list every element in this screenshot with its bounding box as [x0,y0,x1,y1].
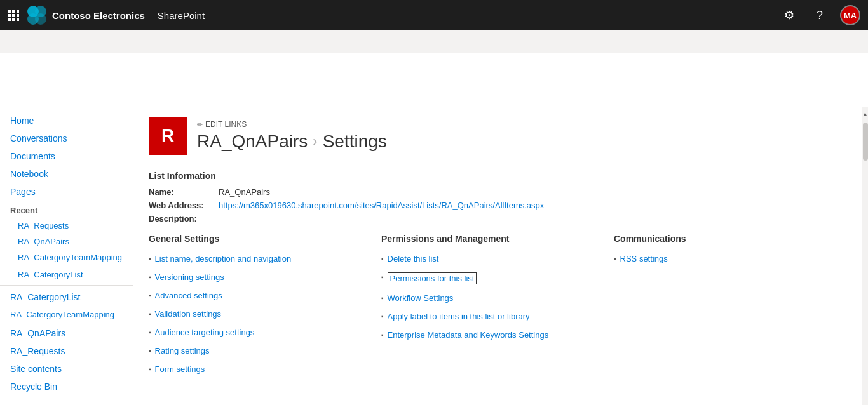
bullet-icon: ▪ [381,295,384,302]
bullet-icon: ▪ [149,292,151,299]
versioning-link[interactable]: Versioning settings [155,272,224,282]
sidebar-item-ra-qnapairs[interactable]: RA_QnAPairs [0,324,133,342]
edit-links-row[interactable]: ✏ EDIT LINKS [197,120,387,129]
enterprise-metadata-link[interactable]: Enterprise Metadata and Keywords Setting… [388,330,549,340]
list-item: ▪ Form settings [149,364,371,374]
web-address-link[interactable]: https://m365x019630.sharepoint.com/sites… [219,201,544,210]
bullet-icon: ▪ [381,313,384,320]
sidebar-item-home[interactable]: Home [0,112,133,129]
list-item: ▪ Versioning settings [149,272,371,282]
bullet-icon: ▪ [149,366,151,373]
help-icon[interactable]: ? [810,5,830,25]
name-value: RA_QnAPairs [219,187,270,197]
sidebar-recent-ra-qnapairs[interactable]: RA_QnAPairs [0,234,133,249]
svg-rect-8 [17,18,19,21]
bullet-icon: ▪ [149,274,151,281]
pencil-icon: ✏ [197,121,203,129]
rss-settings-link[interactable]: RSS settings [620,254,668,263]
sidebar-item-site-contents[interactable]: Site contents [0,360,133,378]
bullet-icon: ▪ [149,310,151,317]
list-item: ▪ RSS settings [614,254,836,263]
site-name[interactable]: RA_QnAPairs [197,131,308,152]
topbar-right: ⚙ ? MA [779,5,860,25]
svg-point-12 [35,13,46,25]
bullet-icon: ▪ [149,255,151,262]
name-row: Name: RA_QnAPairs [149,187,846,197]
sidebar-item-ra-categorymapping[interactable]: RA_CatergoryTeamMapping [0,306,133,324]
sidebar-item-ra-catergorylist[interactable]: RA_CatergoryList [0,288,133,306]
sidebar-item-documents[interactable]: Documents [0,147,133,165]
communications-title: Communications [614,234,836,246]
audience-targeting-link[interactable]: Audience targeting settings [155,328,255,337]
list-item: ▪ Delete this list [381,254,604,263]
breadcrumb-area: ✏ EDIT LINKS RA_QnAPairs › Settings [197,120,387,152]
svg-rect-3 [8,14,11,17]
advanced-settings-link[interactable]: Advanced settings [155,291,222,300]
list-info-title: List Information [149,171,846,181]
permissions-title: Permissions and Management [381,234,604,246]
page-name: Settings [323,131,387,152]
main-layout: Home Conversations Documents Notebook Pa… [0,107,868,405]
rating-link[interactable]: Rating settings [155,346,210,355]
settings-icon[interactable]: ⚙ [779,5,799,25]
scrollbar[interactable]: ▲ ▼ [862,107,868,405]
list-item: ▪ Enterprise Metadata and Keywords Setti… [381,330,604,340]
list-item: ▪ Apply label to items in this list or l… [381,312,604,321]
bullet-icon: ▪ [149,347,151,354]
app-name: Contoso Electronics [52,10,145,21]
name-label: Name: [149,187,219,197]
sidebar-recent-ra-categorymapping[interactable]: RA_CatergoryTeamMapping [0,249,133,267]
svg-rect-6 [8,18,11,21]
bullet-icon: ▪ [149,329,151,336]
sidebar-item-recycle-bin[interactable]: Recycle Bin [0,378,133,395]
list-item: ▪ Validation settings [149,309,371,319]
svg-rect-7 [12,18,15,21]
description-row: Description: [149,214,846,223]
product-name: SharePoint [158,10,205,21]
sidebar: Home Conversations Documents Notebook Pa… [0,107,133,405]
secondbar [0,30,868,53]
bullet-icon: ▪ [614,255,616,262]
site-logo[interactable]: Contoso Electronics [27,5,145,25]
top-divider [149,163,846,163]
sidebar-recent-ra-requests[interactable]: RA_Requests [0,218,133,234]
validation-link[interactable]: Validation settings [155,309,222,319]
topbar: Contoso Electronics SharePoint ⚙ ? MA [0,0,868,30]
scroll-thumb[interactable] [863,123,868,161]
svg-rect-5 [17,14,19,17]
list-item: ▪ List name, description and navigation [149,254,371,263]
site-header: R ✏ EDIT LINKS RA_QnAPairs › Settings [149,117,846,155]
content-area: R ✏ EDIT LINKS RA_QnAPairs › Settings Li… [133,107,862,405]
sidebar-item-pages[interactable]: Pages [0,183,133,201]
avatar[interactable]: MA [840,5,860,25]
communications-col: Communications ▪ RSS settings [614,234,846,383]
list-name-link[interactable]: List name, description and navigation [155,254,292,263]
sidebar-item-notebook[interactable]: Notebook [0,165,133,183]
delete-list-link[interactable]: Delete this list [388,254,439,263]
list-item: ▪ Audience targeting settings [149,328,371,337]
sidebar-recent-ra-catergorylist[interactable]: RA_CatergoryList [0,267,133,282]
sidebar-item-conversations[interactable]: Conversations [0,129,133,147]
bullet-icon: ▪ [381,274,384,281]
permissions-list-link[interactable]: Permissions for this list [388,272,477,284]
breadcrumb-separator: › [313,133,317,150]
svg-rect-0 [8,10,11,13]
recent-label: Recent [0,201,133,218]
bullet-icon: ▪ [381,255,384,262]
list-item: ▪ Workflow Settings [381,293,604,303]
general-settings-col: General Settings ▪ List name, descriptio… [149,234,381,383]
page-title: RA_QnAPairs › Settings [197,131,387,152]
general-settings-title: General Settings [149,234,371,246]
workflow-settings-link[interactable]: Workflow Settings [388,293,454,303]
sidebar-item-ra-requests[interactable]: RA_Requests [0,342,133,360]
web-address-label: Web Address: [149,201,219,210]
form-settings-link[interactable]: Form settings [155,364,205,374]
bullet-icon: ▪ [381,331,384,338]
site-icon: R [149,117,187,155]
grid-icon[interactable] [8,10,19,21]
web-address-row: Web Address: https://m365x019630.sharepo… [149,201,846,210]
description-label: Description: [149,214,219,223]
settings-columns: General Settings ▪ List name, descriptio… [149,234,846,383]
apply-label-link[interactable]: Apply label to items in this list or lib… [388,312,530,321]
sidebar-divider [0,285,133,286]
